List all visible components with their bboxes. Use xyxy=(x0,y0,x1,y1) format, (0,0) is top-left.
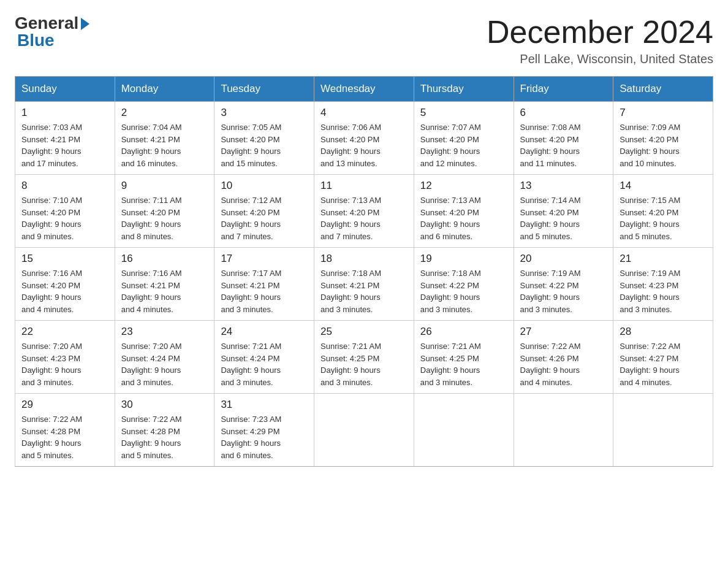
day-number: 13 xyxy=(520,180,607,192)
day-info: Sunrise: 7:22 AM Sunset: 4:27 PM Dayligh… xyxy=(620,340,707,388)
day-number: 3 xyxy=(221,107,308,119)
calendar-day-cell: 5 Sunrise: 7:07 AM Sunset: 4:20 PM Dayli… xyxy=(414,102,514,175)
day-number: 27 xyxy=(520,326,607,338)
title-section: December 2024 Pell Lake, Wisconsin, Unit… xyxy=(487,15,713,66)
calendar-day-cell: 21 Sunrise: 7:19 AM Sunset: 4:23 PM Dayl… xyxy=(613,248,713,321)
day-of-week-header: Monday xyxy=(115,77,214,102)
calendar-day-cell xyxy=(414,394,514,467)
day-number: 25 xyxy=(320,326,408,338)
day-number: 7 xyxy=(620,107,707,119)
location-text: Pell Lake, Wisconsin, United States xyxy=(487,52,713,66)
calendar-day-cell: 7 Sunrise: 7:09 AM Sunset: 4:20 PM Dayli… xyxy=(613,102,713,175)
day-info: Sunrise: 7:20 AM Sunset: 4:24 PM Dayligh… xyxy=(121,340,208,388)
logo-blue-text: Blue xyxy=(17,32,89,49)
calendar-day-cell: 15 Sunrise: 7:16 AM Sunset: 4:20 PM Dayl… xyxy=(15,248,115,321)
day-number: 15 xyxy=(21,253,108,265)
day-number: 31 xyxy=(221,399,308,411)
calendar-day-cell: 25 Sunrise: 7:21 AM Sunset: 4:25 PM Dayl… xyxy=(314,321,414,394)
calendar-day-cell: 28 Sunrise: 7:22 AM Sunset: 4:27 PM Dayl… xyxy=(613,321,713,394)
day-info: Sunrise: 7:19 AM Sunset: 4:23 PM Dayligh… xyxy=(620,267,707,315)
calendar-day-cell xyxy=(514,394,613,467)
day-of-week-header: Sunday xyxy=(15,77,115,102)
day-number: 23 xyxy=(121,326,208,338)
day-info: Sunrise: 7:21 AM Sunset: 4:24 PM Dayligh… xyxy=(221,340,308,388)
calendar-week-row: 8 Sunrise: 7:10 AM Sunset: 4:20 PM Dayli… xyxy=(15,175,713,248)
day-number: 4 xyxy=(320,107,408,119)
calendar-day-cell: 24 Sunrise: 7:21 AM Sunset: 4:24 PM Dayl… xyxy=(214,321,314,394)
calendar-day-cell: 30 Sunrise: 7:22 AM Sunset: 4:28 PM Dayl… xyxy=(115,394,214,467)
calendar-day-cell: 16 Sunrise: 7:16 AM Sunset: 4:21 PM Dayl… xyxy=(115,248,214,321)
calendar-week-row: 15 Sunrise: 7:16 AM Sunset: 4:20 PM Dayl… xyxy=(15,248,713,321)
calendar-week-row: 22 Sunrise: 7:20 AM Sunset: 4:23 PM Dayl… xyxy=(15,321,713,394)
calendar-day-cell: 11 Sunrise: 7:13 AM Sunset: 4:20 PM Dayl… xyxy=(314,175,414,248)
day-number: 9 xyxy=(121,180,208,192)
day-info: Sunrise: 7:11 AM Sunset: 4:20 PM Dayligh… xyxy=(121,194,208,242)
day-info: Sunrise: 7:12 AM Sunset: 4:20 PM Dayligh… xyxy=(221,194,308,242)
day-info: Sunrise: 7:09 AM Sunset: 4:20 PM Dayligh… xyxy=(620,121,707,169)
day-info: Sunrise: 7:13 AM Sunset: 4:20 PM Dayligh… xyxy=(420,194,507,242)
day-info: Sunrise: 7:13 AM Sunset: 4:20 PM Dayligh… xyxy=(320,194,408,242)
day-number: 11 xyxy=(320,180,408,192)
day-info: Sunrise: 7:20 AM Sunset: 4:23 PM Dayligh… xyxy=(21,340,108,388)
day-number: 30 xyxy=(121,399,208,411)
calendar-day-cell: 29 Sunrise: 7:22 AM Sunset: 4:28 PM Dayl… xyxy=(15,394,115,467)
day-info: Sunrise: 7:16 AM Sunset: 4:21 PM Dayligh… xyxy=(121,267,208,315)
calendar-table: SundayMondayTuesdayWednesdayThursdayFrid… xyxy=(15,76,713,467)
day-number: 2 xyxy=(121,107,208,119)
day-number: 29 xyxy=(21,399,108,411)
calendar-day-cell xyxy=(613,394,713,467)
calendar-day-cell: 17 Sunrise: 7:17 AM Sunset: 4:21 PM Dayl… xyxy=(214,248,314,321)
day-of-week-header: Thursday xyxy=(414,77,514,102)
day-number: 10 xyxy=(221,180,308,192)
day-number: 20 xyxy=(520,253,607,265)
day-number: 21 xyxy=(620,253,707,265)
day-info: Sunrise: 7:16 AM Sunset: 4:20 PM Dayligh… xyxy=(21,267,108,315)
day-of-week-header: Wednesday xyxy=(314,77,414,102)
day-info: Sunrise: 7:18 AM Sunset: 4:22 PM Dayligh… xyxy=(420,267,507,315)
day-of-week-header: Tuesday xyxy=(214,77,314,102)
day-number: 5 xyxy=(420,107,507,119)
calendar-day-cell: 14 Sunrise: 7:15 AM Sunset: 4:20 PM Dayl… xyxy=(613,175,713,248)
day-number: 17 xyxy=(221,253,308,265)
day-info: Sunrise: 7:08 AM Sunset: 4:20 PM Dayligh… xyxy=(520,121,607,169)
day-info: Sunrise: 7:21 AM Sunset: 4:25 PM Dayligh… xyxy=(320,340,408,388)
logo: General Blue xyxy=(15,15,89,49)
day-info: Sunrise: 7:22 AM Sunset: 4:28 PM Dayligh… xyxy=(21,413,108,461)
calendar-day-cell: 19 Sunrise: 7:18 AM Sunset: 4:22 PM Dayl… xyxy=(414,248,514,321)
calendar-day-cell: 8 Sunrise: 7:10 AM Sunset: 4:20 PM Dayli… xyxy=(15,175,115,248)
day-info: Sunrise: 7:15 AM Sunset: 4:20 PM Dayligh… xyxy=(620,194,707,242)
day-info: Sunrise: 7:21 AM Sunset: 4:25 PM Dayligh… xyxy=(420,340,507,388)
day-info: Sunrise: 7:23 AM Sunset: 4:29 PM Dayligh… xyxy=(221,413,308,461)
day-info: Sunrise: 7:04 AM Sunset: 4:21 PM Dayligh… xyxy=(121,121,208,169)
page-header: General Blue December 2024 Pell Lake, Wi… xyxy=(15,15,713,66)
day-number: 8 xyxy=(21,180,108,192)
day-info: Sunrise: 7:10 AM Sunset: 4:20 PM Dayligh… xyxy=(21,194,108,242)
logo-general-text: General xyxy=(15,15,78,32)
day-number: 1 xyxy=(21,107,108,119)
calendar-week-row: 29 Sunrise: 7:22 AM Sunset: 4:28 PM Dayl… xyxy=(15,394,713,467)
day-number: 12 xyxy=(420,180,507,192)
day-of-week-header: Saturday xyxy=(613,77,713,102)
day-number: 26 xyxy=(420,326,507,338)
calendar-day-cell: 2 Sunrise: 7:04 AM Sunset: 4:21 PM Dayli… xyxy=(115,102,214,175)
day-number: 18 xyxy=(320,253,408,265)
day-info: Sunrise: 7:22 AM Sunset: 4:26 PM Dayligh… xyxy=(520,340,607,388)
logo-arrow-icon xyxy=(81,18,89,30)
day-info: Sunrise: 7:06 AM Sunset: 4:20 PM Dayligh… xyxy=(320,121,408,169)
calendar-day-cell xyxy=(314,394,414,467)
calendar-day-cell: 27 Sunrise: 7:22 AM Sunset: 4:26 PM Dayl… xyxy=(514,321,613,394)
calendar-header-row: SundayMondayTuesdayWednesdayThursdayFrid… xyxy=(15,77,713,102)
calendar-day-cell: 31 Sunrise: 7:23 AM Sunset: 4:29 PM Dayl… xyxy=(214,394,314,467)
day-info: Sunrise: 7:03 AM Sunset: 4:21 PM Dayligh… xyxy=(21,121,108,169)
day-info: Sunrise: 7:22 AM Sunset: 4:28 PM Dayligh… xyxy=(121,413,208,461)
calendar-day-cell: 1 Sunrise: 7:03 AM Sunset: 4:21 PM Dayli… xyxy=(15,102,115,175)
calendar-day-cell: 13 Sunrise: 7:14 AM Sunset: 4:20 PM Dayl… xyxy=(514,175,613,248)
day-number: 22 xyxy=(21,326,108,338)
calendar-week-row: 1 Sunrise: 7:03 AM Sunset: 4:21 PM Dayli… xyxy=(15,102,713,175)
calendar-day-cell: 20 Sunrise: 7:19 AM Sunset: 4:22 PM Dayl… xyxy=(514,248,613,321)
calendar-day-cell: 6 Sunrise: 7:08 AM Sunset: 4:20 PM Dayli… xyxy=(514,102,613,175)
day-number: 28 xyxy=(620,326,707,338)
month-title: December 2024 xyxy=(487,15,713,50)
calendar-day-cell: 3 Sunrise: 7:05 AM Sunset: 4:20 PM Dayli… xyxy=(214,102,314,175)
day-number: 16 xyxy=(121,253,208,265)
